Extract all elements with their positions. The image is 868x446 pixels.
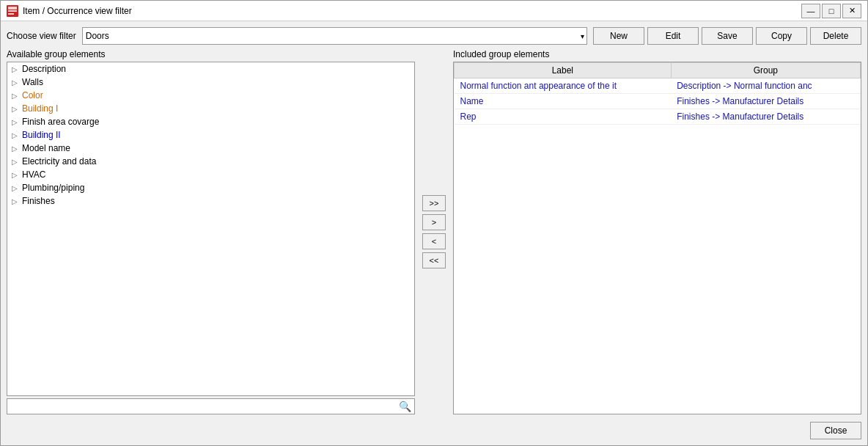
- app-icon: [7, 5, 18, 17]
- bottom-bar: Close: [7, 419, 861, 439]
- close-window-button[interactable]: ✕: [842, 4, 861, 18]
- expand-icon: ▷: [12, 184, 19, 192]
- search-input[interactable]: [10, 401, 399, 412]
- item-label: Model name: [22, 143, 70, 153]
- list-item[interactable]: ▷Model name: [7, 142, 414, 155]
- item-label: Color: [22, 90, 43, 100]
- svg-rect-2: [8, 10, 17, 12]
- expand-icon: ▷: [12, 158, 19, 166]
- expand-icon: ▷: [12, 197, 19, 205]
- expand-icon: ▷: [12, 145, 19, 153]
- expand-icon: ▷: [12, 92, 19, 100]
- minimize-button[interactable]: —: [801, 4, 820, 18]
- expand-icon: ▷: [12, 171, 19, 179]
- search-icon: 🔍: [399, 401, 411, 412]
- main-window: Item / Occurrence view filter — □ ✕ Choo…: [0, 0, 868, 446]
- window-title: Item / Occurrence view filter: [23, 6, 132, 16]
- new-button[interactable]: New: [593, 27, 644, 45]
- item-label: Finish area covarge: [22, 117, 99, 127]
- choose-filter-label: Choose view filter: [7, 31, 76, 41]
- item-label: Building I: [22, 103, 58, 114]
- close-button[interactable]: Close: [810, 422, 861, 439]
- remove-one-button[interactable]: <: [422, 233, 446, 249]
- middle-buttons: >> > < <<: [419, 49, 449, 414]
- edit-button[interactable]: Edit: [647, 27, 699, 45]
- left-panel: Available group elements ▷Description▷Wa…: [7, 49, 415, 414]
- list-item[interactable]: ▷Finishes: [7, 194, 414, 208]
- list-item[interactable]: ▷Finish area covarge: [7, 115, 414, 128]
- panels: Available group elements ▷Description▷Wa…: [7, 49, 861, 414]
- top-bar: Choose view filter Doors New Edit Save C…: [7, 27, 861, 45]
- search-bar: 🔍: [7, 398, 415, 414]
- title-controls: — □ ✕: [801, 4, 861, 18]
- table-row[interactable]: NameFinishes -> Manufacturer Details: [455, 94, 861, 109]
- expand-icon: ▷: [12, 118, 19, 126]
- row-label: Normal function ant appearance of the it: [455, 78, 672, 94]
- row-group: Finishes -> Manufacturer Details: [671, 94, 860, 109]
- table-row[interactable]: Normal function ant appearance of the it…: [455, 78, 861, 94]
- group-column-header: Group: [671, 63, 860, 78]
- item-label: Building II: [22, 130, 61, 140]
- list-item[interactable]: ▷Walls: [7, 76, 414, 89]
- main-content: Choose view filter Doors New Edit Save C…: [1, 21, 867, 445]
- save-button[interactable]: Save: [702, 27, 753, 45]
- list-item[interactable]: ▷HVAC: [7, 168, 414, 181]
- svg-rect-1: [8, 7, 17, 10]
- filter-select[interactable]: Doors: [82, 27, 587, 45]
- label-column-header: Label: [455, 63, 672, 78]
- right-panel-label: Included group elements: [453, 49, 861, 59]
- maximize-button[interactable]: □: [822, 4, 841, 18]
- expand-icon: ▷: [12, 78, 19, 87]
- title-bar: Item / Occurrence view filter — □ ✕: [1, 1, 867, 21]
- svg-rect-3: [8, 13, 14, 15]
- right-panel: Included group elements Label Group Norm…: [453, 49, 861, 414]
- row-group: Description -> Normal function anc: [671, 78, 860, 94]
- copy-button[interactable]: Copy: [756, 27, 807, 45]
- table-row[interactable]: RepFinishes -> Manufacturer Details: [455, 109, 861, 125]
- row-label: Rep: [455, 109, 672, 125]
- row-group: Finishes -> Manufacturer Details: [671, 109, 860, 125]
- item-label: Walls: [22, 77, 43, 87]
- available-elements-list: ▷Description▷Walls▷Color▷Building I▷Fini…: [7, 62, 415, 396]
- item-label: Finishes: [22, 196, 55, 206]
- delete-button[interactable]: Delete: [810, 27, 861, 45]
- included-elements-table: Label Group Normal function ant appearan…: [454, 62, 861, 125]
- included-elements-table-box: Label Group Normal function ant appearan…: [453, 62, 861, 414]
- list-item[interactable]: ▷Building I: [7, 102, 414, 115]
- item-label: Electricity and data: [22, 156, 96, 167]
- add-one-button[interactable]: >: [422, 214, 446, 230]
- expand-icon: ▷: [12, 65, 19, 73]
- filter-select-wrapper: Doors: [82, 27, 587, 45]
- remove-all-button[interactable]: <<: [422, 252, 446, 268]
- list-item[interactable]: ▷Description: [7, 62, 414, 76]
- expand-icon: ▷: [12, 131, 19, 139]
- item-label: HVAC: [22, 169, 45, 180]
- list-item[interactable]: ▷Plumbing/piping: [7, 181, 414, 194]
- add-all-button[interactable]: >>: [422, 195, 446, 211]
- table-header-row: Label Group: [455, 63, 861, 78]
- row-label: Name: [455, 94, 672, 109]
- list-item[interactable]: ▷Electricity and data: [7, 155, 414, 168]
- expand-icon: ▷: [12, 105, 19, 113]
- list-item[interactable]: ▷Building II: [7, 128, 414, 142]
- left-panel-label: Available group elements: [7, 49, 415, 59]
- list-item[interactable]: ▷Color: [7, 89, 414, 102]
- item-label: Description: [22, 64, 66, 74]
- top-buttons: New Edit Save Copy Delete: [593, 27, 861, 45]
- title-bar-left: Item / Occurrence view filter: [7, 5, 132, 17]
- item-label: Plumbing/piping: [22, 183, 84, 193]
